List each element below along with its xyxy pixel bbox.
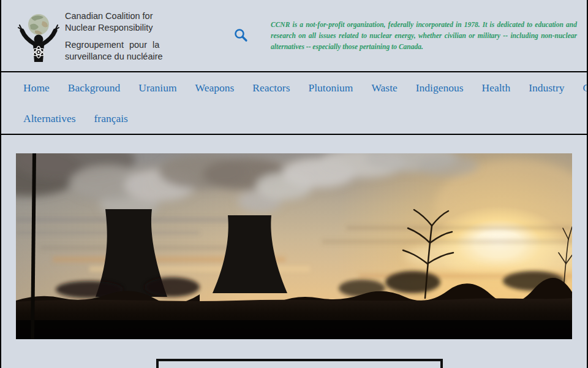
nav-link-reactors[interactable]: Reactors <box>252 82 290 94</box>
nav-link-franais[interactable]: français <box>94 112 128 125</box>
nav-row-2: Alternativesfrançais <box>1 103 587 134</box>
logo-line-en-2: Nuclear Responsibility <box>65 22 163 34</box>
hero-image <box>16 153 572 339</box>
mission-statement: CCNR is a not-for-profit organization, f… <box>271 19 577 52</box>
nav-link-indigenous[interactable]: Indigenous <box>416 82 464 94</box>
site-header: Canadian Coalition for Nuclear Responsib… <box>1 0 587 72</box>
main-nav: HomeBackgroundUraniumWeaponsReactorsPlut… <box>1 72 587 135</box>
nav-link-alternatives[interactable]: Alternatives <box>23 112 76 125</box>
logo-line-en-1: Canadian Coalition for <box>65 10 163 22</box>
ccnr-logo-icon <box>17 12 59 62</box>
logo-line-fr-2: surveillance du nucléaire <box>65 51 163 63</box>
nav-link-weapons[interactable]: Weapons <box>195 82 235 94</box>
search-icon <box>233 27 249 43</box>
intro-box <box>156 359 443 368</box>
nav-link-waste[interactable]: Waste <box>371 82 397 94</box>
site-logo[interactable]: Canadian Coalition for Nuclear Responsib… <box>17 10 163 63</box>
nav-link-uranium[interactable]: Uranium <box>138 82 176 94</box>
nav-row-1: HomeBackgroundUraniumWeaponsReactorsPlut… <box>1 72 587 103</box>
nav-link-background[interactable]: Background <box>68 82 121 94</box>
logo-text: Canadian Coalition for Nuclear Responsib… <box>65 10 163 63</box>
nav-link-gallery[interactable]: Gallery <box>583 82 588 94</box>
nav-link-plutonium[interactable]: Plutonium <box>309 82 353 94</box>
page: Canadian Coalition for Nuclear Responsib… <box>0 0 588 368</box>
nav-link-home[interactable]: Home <box>23 82 50 94</box>
nav-link-health[interactable]: Health <box>482 82 511 94</box>
nav-link-industry[interactable]: Industry <box>529 82 564 94</box>
logo-line-fr-1: Regroupement pour la <box>65 39 163 51</box>
search-button[interactable] <box>233 27 249 43</box>
